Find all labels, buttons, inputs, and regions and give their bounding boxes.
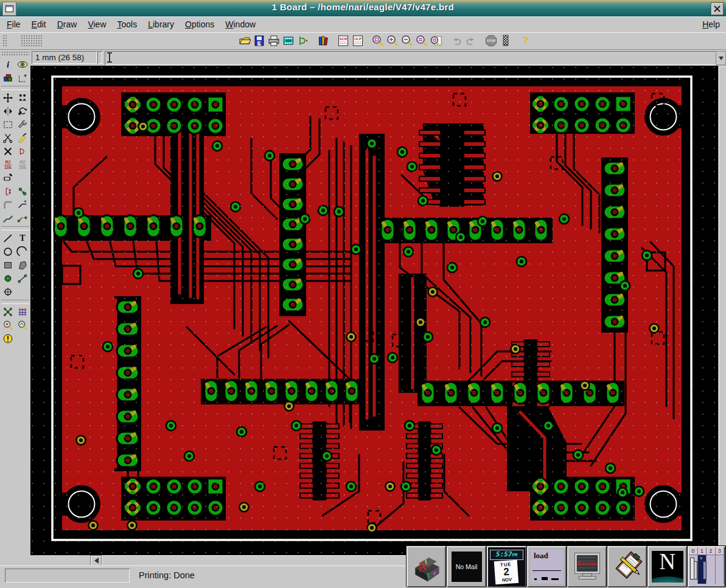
tool-mark[interactable] (16, 71, 30, 85)
pager-desktops[interactable] (689, 555, 724, 584)
toolbar-grip-block[interactable] (21, 35, 43, 47)
tool-miter[interactable] (1, 198, 15, 212)
board-canvas[interactable] (30, 66, 718, 555)
pinswap-icon (2, 186, 14, 197)
tool-show[interactable] (16, 58, 30, 71)
print-button[interactable] (267, 33, 281, 48)
menu-library[interactable]: Library (142, 18, 180, 31)
tool-delete[interactable] (1, 145, 15, 158)
tool-ripup[interactable] (16, 319, 30, 332)
run-ulp-button[interactable]: ULP (351, 33, 365, 48)
dock-clock-button[interactable]: 5:57PM TUE 2 NOV (487, 546, 526, 587)
svg-text:SCR: SCR (340, 37, 347, 41)
pager-desktop-1-active[interactable] (698, 555, 707, 584)
svg-text:STOP: STOP (487, 39, 496, 43)
tool-polygon[interactable] (16, 258, 30, 272)
tool-hole[interactable] (1, 285, 15, 299)
close-button[interactable] (711, 2, 724, 15)
tool-text[interactable]: T (16, 232, 30, 245)
menu-options[interactable]: Options (180, 18, 220, 31)
undo-button[interactable] (449, 33, 464, 48)
scroll-left-arrow[interactable] (90, 555, 102, 566)
tool-paste[interactable] (16, 131, 30, 145)
tool-drc[interactable] (1, 319, 15, 332)
tool-arc[interactable] (16, 245, 30, 258)
kterms-monitor-icon: Kterms (570, 549, 604, 584)
cam-processor-button[interactable] (281, 33, 296, 48)
tool-circle[interactable] (1, 245, 15, 258)
zoom-fit-button[interactable] (371, 33, 385, 48)
zoom-redraw-button[interactable] (429, 33, 444, 48)
title-bar[interactable]: 1 Board – /home/nari/eagle/V47/v47e.brd (0, 0, 726, 17)
menu-help[interactable]: Help (696, 18, 726, 31)
tool-via[interactable] (1, 272, 15, 285)
pager-desktop-0[interactable] (689, 555, 698, 584)
tool-info[interactable]: i (1, 58, 15, 71)
save-button[interactable] (252, 33, 267, 48)
command-dropdown-arrow[interactable] (716, 51, 726, 65)
tool-value[interactable]: R210k (16, 158, 30, 171)
pager-desktop-3[interactable] (716, 555, 725, 584)
tool-optimize[interactable] (1, 212, 15, 225)
tool-split[interactable] (16, 198, 30, 212)
tool-blank (16, 332, 30, 345)
delete-x-icon (2, 146, 14, 157)
go-button[interactable] (498, 33, 513, 48)
tool-name[interactable]: R210k (1, 158, 15, 171)
menu-tools[interactable]: Tools (112, 18, 143, 31)
tool-signal[interactable] (16, 272, 30, 285)
dock-load-button[interactable]: load (527, 546, 567, 587)
tool-auto[interactable] (16, 305, 30, 319)
tool-mirror[interactable] (1, 105, 15, 118)
calendar: TUE 2 NOV (494, 560, 519, 585)
help-button[interactable]: ? (518, 33, 533, 48)
tool-errors[interactable] (1, 332, 15, 345)
tool-change[interactable] (16, 118, 30, 131)
tool-add[interactable] (16, 145, 30, 158)
board-schematic-button[interactable] (296, 33, 310, 48)
tool-gateswap[interactable] (16, 185, 30, 198)
menu-edit[interactable]: Edit (26, 18, 52, 31)
vertical-scrollbar-thumb[interactable] (719, 66, 726, 555)
zoom-in-button[interactable] (385, 33, 400, 48)
menu-draw[interactable]: Draw (52, 18, 83, 31)
tool-smash[interactable] (1, 171, 15, 185)
toolbar-separator (365, 34, 371, 47)
zoom-select-button[interactable] (414, 33, 429, 48)
open-button[interactable] (237, 33, 252, 48)
tool-copy[interactable] (16, 91, 30, 105)
dock-pager-button[interactable]: 01 23 (688, 546, 725, 587)
tool-display[interactable] (1, 71, 15, 85)
redo-button[interactable] (464, 33, 478, 48)
tool-move[interactable] (1, 91, 15, 105)
dock-afterstep-button[interactable]: A f t e (407, 546, 446, 587)
tool-rotate[interactable] (16, 105, 30, 118)
dock: A f t e No Mail 5:57PM TUE 2 NOV load (406, 545, 726, 587)
toolbar-grip[interactable] (2, 35, 7, 47)
move-icon (2, 92, 14, 103)
mail-status: No Mail (452, 552, 482, 582)
tool-cut[interactable] (1, 131, 15, 145)
pager-desktop-2[interactable] (707, 555, 716, 584)
zoom-out-button[interactable] (400, 33, 414, 48)
menu-view[interactable]: View (82, 18, 111, 31)
menu-window[interactable]: Window (220, 18, 261, 31)
dock-notes-button[interactable] (607, 546, 647, 587)
tool-ratsnest[interactable] (1, 305, 15, 319)
palette-grip[interactable] (1, 51, 29, 55)
dock-netscape-button[interactable]: N (647, 546, 687, 587)
zoom-select-icon (415, 34, 428, 47)
library-button[interactable] (316, 33, 330, 48)
menu-file[interactable]: File (1, 18, 26, 31)
tool-route[interactable] (16, 212, 30, 225)
dock-mail-button[interactable]: No Mail (447, 546, 486, 587)
tool-rect[interactable] (1, 258, 15, 272)
tool-pinswap[interactable] (1, 185, 15, 198)
dock-kterms-button[interactable]: Kterms (567, 546, 607, 587)
command-input[interactable] (105, 51, 723, 65)
run-script-button[interactable]: SCR (336, 33, 351, 48)
vertical-scrollbar[interactable] (718, 66, 726, 555)
tool-wire[interactable] (1, 232, 15, 245)
stop-button[interactable]: STOP (484, 33, 498, 48)
tool-group[interactable] (1, 118, 15, 131)
